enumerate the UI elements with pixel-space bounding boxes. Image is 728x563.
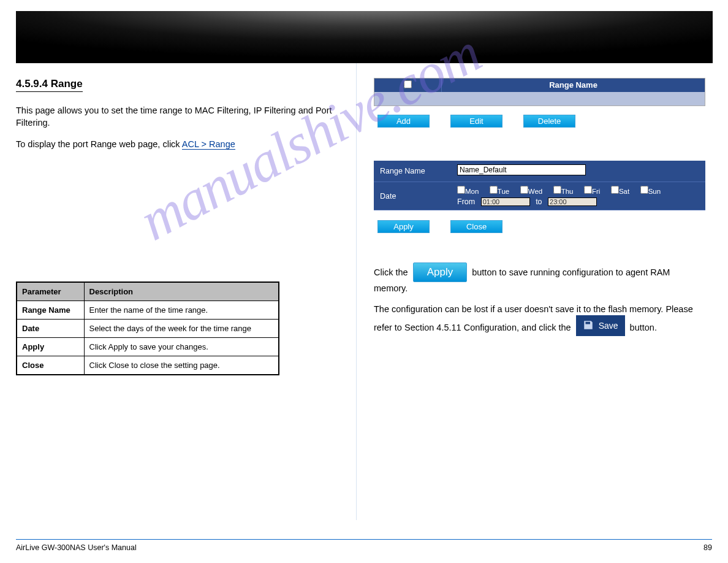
range-name-header: Range Name	[442, 79, 705, 92]
setup-lead: To display the port Range web page, clic…	[16, 139, 180, 149]
delete-button[interactable]: Delete	[523, 115, 575, 128]
form-apply-button[interactable]: Apply	[377, 220, 430, 233]
form-close-button[interactable]: Close	[450, 220, 502, 233]
day-fri[interactable]: Fri	[584, 188, 600, 195]
header-banner	[16, 11, 713, 63]
footer-left: AirLive GW-300NAS User's Manual	[16, 543, 137, 552]
param-cell: Range Name	[17, 301, 84, 319]
footer: AirLive GW-300NAS User's Manual 89	[16, 539, 712, 552]
table-row: Range Name Enter the name of the time ra…	[17, 301, 279, 319]
edit-button[interactable]: Edit	[450, 115, 502, 128]
table-row: Apply Click Apply to save your changes.	[17, 337, 279, 356]
floppy-icon	[583, 320, 595, 332]
range-list-panel: Range Name	[374, 78, 705, 106]
from-label: From	[457, 197, 475, 206]
apply-note-2: The configuration can be lost if a user …	[374, 303, 705, 336]
big-apply-button[interactable]: Apply	[413, 262, 468, 282]
from-input[interactable]	[481, 197, 530, 206]
time-row: From to	[457, 197, 700, 206]
day-thu[interactable]: Thu	[553, 188, 574, 195]
desc-header: Description	[84, 282, 279, 301]
right-column: Range Name Add Edit Delete Range Name Da…	[356, 63, 705, 520]
day-wed[interactable]: Wed	[520, 188, 542, 195]
desc-cell: Select the days of the week for the time…	[84, 319, 279, 337]
range-list-empty	[374, 92, 705, 105]
day-mon[interactable]: Mon	[457, 188, 479, 195]
setup-note: To display the port Range web page, clic…	[16, 138, 344, 150]
select-all-cell	[374, 79, 442, 92]
param-cell: Apply	[17, 337, 84, 356]
day-sat[interactable]: Sat	[611, 188, 629, 195]
range-name-input[interactable]	[457, 164, 586, 175]
day-sun[interactable]: Sun	[640, 188, 661, 195]
day-row: Mon Tue Wed Thu Fri Sat Sun	[457, 186, 700, 196]
save-button[interactable]: Save	[576, 315, 625, 336]
setup-path-link[interactable]: ACL > Range	[182, 139, 235, 150]
param-cell: Date	[17, 319, 84, 337]
range-form: Range Name Date Mon Tue Wed Thu Fri Sat …	[374, 161, 705, 238]
range-name-label: Range Name	[374, 161, 452, 182]
apply-note-1: Click the Apply button to save running c…	[374, 262, 705, 294]
day-tue[interactable]: Tue	[490, 188, 509, 195]
parameter-table: Parameter Description Range Name Enter t…	[16, 282, 279, 375]
table-row: Close Click Close to close the setting p…	[17, 356, 279, 375]
form-button-row: Apply Close	[374, 215, 705, 238]
left-column: 4.5.9.4 Range This page allows you to se…	[16, 63, 356, 520]
add-button[interactable]: Add	[377, 115, 430, 128]
footer-page-number: 89	[703, 543, 712, 552]
intro-text: This page allows you to set the time ran…	[16, 104, 344, 129]
date-label: Date	[374, 182, 452, 210]
range-list-buttons: Add Edit Delete	[374, 110, 705, 132]
desc-cell: Enter the name of the time range.	[84, 301, 279, 319]
select-all-checkbox[interactable]	[404, 80, 412, 88]
to-label: to	[536, 197, 542, 206]
to-input[interactable]	[548, 197, 597, 206]
desc-cell: Click Apply to save your changes.	[84, 337, 279, 356]
param-cell: Close	[17, 356, 84, 375]
table-row: Date Select the days of the week for the…	[17, 319, 279, 337]
desc-cell: Click Close to close the setting page.	[84, 356, 279, 375]
section-title: 4.5.9.4 Range	[16, 78, 83, 92]
param-header: Parameter	[17, 282, 84, 301]
